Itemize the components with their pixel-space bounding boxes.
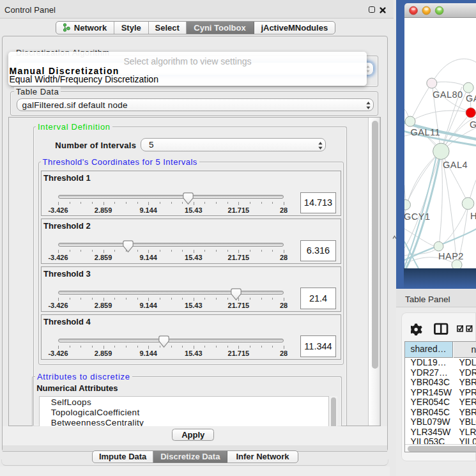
svg-text:HAP2: HAP2	[438, 251, 464, 261]
svg-text:H: H	[470, 210, 476, 220]
svg-text:GAL11: GAL11	[410, 127, 440, 137]
svg-text:GA: GA	[466, 93, 476, 104]
svg-text:G: G	[470, 119, 476, 130]
svg-text:GCY1: GCY1	[404, 211, 431, 222]
svg-text:GAL4: GAL4	[443, 160, 468, 170]
svg-text:GAL80: GAL80	[433, 89, 463, 100]
